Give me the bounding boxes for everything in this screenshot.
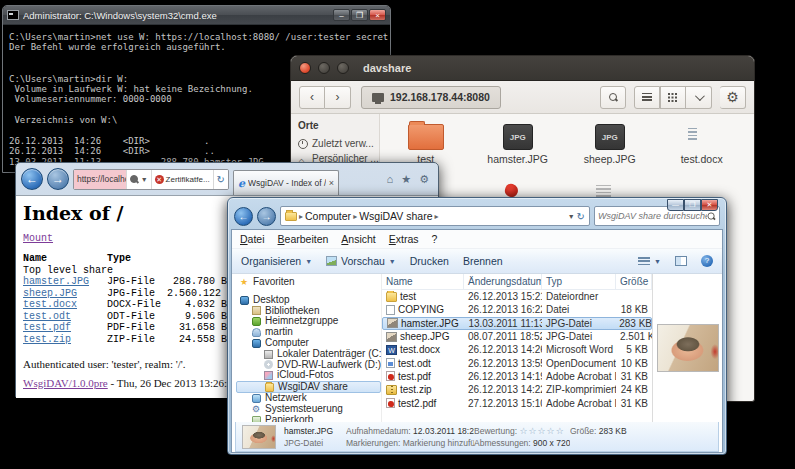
menu-item[interactable]: ? [432, 233, 438, 245]
nautilus-view-options-button[interactable] [686, 86, 712, 109]
file-link[interactable]: test.zip [23, 334, 71, 345]
nautilus-menu-button[interactable]: ⚙ [720, 86, 746, 109]
ie-cert-error-button[interactable]: ✕ Zertifikatfe... [151, 170, 213, 189]
tree-item[interactable]: Computer [236, 338, 381, 349]
table-row[interactable]: test.docx 26.12.2013 14:26 Microsoft Wor… [382, 343, 652, 356]
wsgidav-version-link[interactable]: WsgiDAV/1.0.0pre [23, 377, 108, 389]
nautilus-sidebar-item[interactable]: Zuletzt verw... [298, 136, 379, 151]
refresh-icon[interactable]: ↻ [577, 211, 585, 222]
nautilus-file-item[interactable]: hamster.JPG [472, 122, 564, 178]
breadcrumb[interactable]: ▸ Computer ▸ WsgiDAV share ▸ ▼ ↻ [280, 206, 590, 226]
help-icon[interactable]: ? [701, 255, 713, 267]
column-header-name[interactable]: Name [382, 274, 464, 290]
tree-item[interactable]: Netzwerk [236, 393, 381, 404]
nautilus-pathbar-button[interactable]: 192.168.178.44:8080 [361, 86, 501, 109]
tree-item[interactable]: DVD-RW-Laufwerk (D:) [236, 360, 381, 371]
menu-item[interactable]: Bearbeiten [278, 233, 329, 245]
home-icon[interactable]: ⌂ [387, 173, 394, 186]
table-row[interactable]: test 26.12.2013 15:21 Dateiordner [382, 290, 652, 303]
nautilus-list-view-button[interactable] [634, 86, 660, 109]
nautilus-forward-button[interactable]: › [325, 86, 351, 109]
file-link[interactable]: hamster.JPG [23, 276, 89, 287]
cmd-close-button[interactable]: × [369, 9, 386, 21]
menu-item[interactable]: Datei [240, 233, 265, 245]
ie-address-bar[interactable]: https://localhost:8080/ ▼ ✕ Zertifikatfe… [73, 169, 229, 190]
file-link[interactable]: sheep.JPG [23, 288, 77, 299]
tree-item[interactable]: martin [236, 327, 381, 338]
explorer-address-row: ← → ▸ Computer ▸ WsgiDAV share ▸ ▼ ↻ [228, 198, 726, 229]
nautilus-search-button[interactable] [600, 86, 626, 109]
preview-button[interactable]: Vorschau ▼ [326, 255, 396, 267]
breadcrumb-computer[interactable]: Computer [305, 210, 351, 222]
nautilus-minimize-button[interactable] [318, 62, 330, 74]
column-header-size[interactable]: Größe [616, 274, 652, 290]
table-row[interactable]: test2.pdf 27.12.2013 15:10 Adobe Acrobat… [382, 396, 652, 409]
details-tags-value[interactable]: Markierung hinzufügen [403, 438, 474, 448]
file-size: 31 KB [616, 398, 652, 409]
ie-url-field[interactable]: https://localhost:8080/ [74, 170, 126, 189]
tree-item[interactable]: Favoriten [236, 277, 381, 288]
tree-item[interactable]: Bibliotheken [236, 306, 381, 317]
organize-button[interactable]: Organisieren ▼ [241, 255, 312, 267]
cmd-maximize-button[interactable]: ❐ [351, 9, 368, 21]
search-input[interactable] [598, 211, 707, 221]
ie-tab[interactable]: e WsgiDAV - Index of / × [233, 170, 339, 195]
nautilus-back-button[interactable]: ‹ [299, 86, 325, 109]
tree-item-label: WsgiDAV share [278, 382, 348, 393]
tree-item[interactable]: WsgiDAV share [236, 381, 381, 393]
print-button[interactable]: Drucken [410, 255, 449, 267]
file-link[interactable]: test.pdf [23, 322, 71, 333]
explorer-forward-button[interactable]: → [257, 207, 276, 226]
cmd-minimize-button[interactable]: – [333, 9, 350, 21]
favorites-star-icon[interactable]: ★ [401, 173, 411, 186]
tree-item[interactable]: Papierkorb [236, 415, 381, 422]
burn-button[interactable]: Brennen [463, 255, 503, 267]
gear-icon[interactable]: ⚙ [419, 173, 429, 186]
table-row[interactable]: COPYING 26.12.2013 16:22 Datei 18 KB [382, 303, 652, 316]
tab-close-icon[interactable]: × [329, 178, 334, 188]
tree-item-label: Systemsteuerung [265, 404, 343, 415]
explorer-close-button[interactable]: ✕ [701, 199, 718, 211]
file-size: 2.501 KB [616, 331, 652, 342]
nautilus-file-item[interactable]: test.docx [656, 122, 748, 178]
menu-item[interactable]: Extras [389, 233, 419, 245]
change-view-button[interactable]: ▼ [638, 257, 661, 266]
file-label: test.docx [681, 153, 723, 165]
table-row[interactable]: sheep.JPG 08.07.2011 18:52 JPG-Datei 2.5… [382, 330, 652, 343]
explorer-minimize-button[interactable]: — [667, 199, 684, 211]
tree-item-label: Desktop [253, 295, 290, 306]
column-header-date[interactable]: Änderungsdatum [464, 274, 542, 290]
tree-item[interactable]: Lokaler Datenträger (C:) [236, 349, 381, 360]
file-link[interactable]: test.docx [23, 299, 77, 310]
table-row[interactable]: test.pdf 26.12.2013 14:19 Adobe Acrobat … [382, 370, 652, 383]
table-row[interactable]: hamster.JPG 13.03.2011 11:13 JPG-Datei 2… [382, 317, 652, 330]
tree-item[interactable]: Heimnetzgruppe [236, 316, 381, 327]
tree-item[interactable]: Desktop [236, 295, 381, 306]
ie-refresh-button[interactable]: ↻ [213, 170, 228, 189]
ie-back-button[interactable]: ← [21, 168, 43, 190]
preview-pane-toggle[interactable] [675, 256, 687, 266]
column-header-type[interactable]: Typ [542, 274, 616, 290]
tree-item[interactable]: Systemsteuerung [236, 404, 381, 415]
table-row[interactable]: test.zip 26.12.2013 14:22 ZIP-komprimier… [382, 383, 652, 396]
ie-forward-button[interactable]: → [47, 168, 69, 190]
cmd-titlebar[interactable]: Administrator: C:\Windows\system32\cmd.e… [3, 6, 390, 25]
explorer-back-button[interactable]: ← [234, 207, 253, 226]
tree-item[interactable]: iCloud-Fotos [236, 370, 381, 381]
table-row[interactable]: test.odt 26.12.2013 13:55 OpenDocument T… [382, 356, 652, 369]
menu-item[interactable]: Ansicht [341, 233, 375, 245]
nautilus-maximize-button[interactable] [337, 62, 349, 74]
nautilus-grid-view-button[interactable] [660, 86, 686, 109]
explorer-maximize-button[interactable]: ❐ [684, 199, 701, 211]
nautilus-close-button[interactable] [299, 62, 311, 74]
mount-link[interactable]: Mount [23, 233, 53, 244]
column-header-type: Type [107, 253, 167, 265]
nautilus-file-item[interactable]: sheep.JPG [564, 122, 656, 178]
rating-stars[interactable]: ☆☆☆☆☆ [519, 426, 564, 436]
breadcrumb-wsgidav-share[interactable]: WsgiDAV share [359, 210, 432, 222]
address-dropdown-icon[interactable]: ▼ [568, 213, 575, 220]
file-type: ODT-File [107, 311, 167, 323]
file-link[interactable]: test.odt [23, 311, 71, 322]
ie-search-dropdown[interactable]: ▼ [126, 170, 151, 189]
nautilus-titlebar[interactable]: davshare [291, 56, 754, 81]
